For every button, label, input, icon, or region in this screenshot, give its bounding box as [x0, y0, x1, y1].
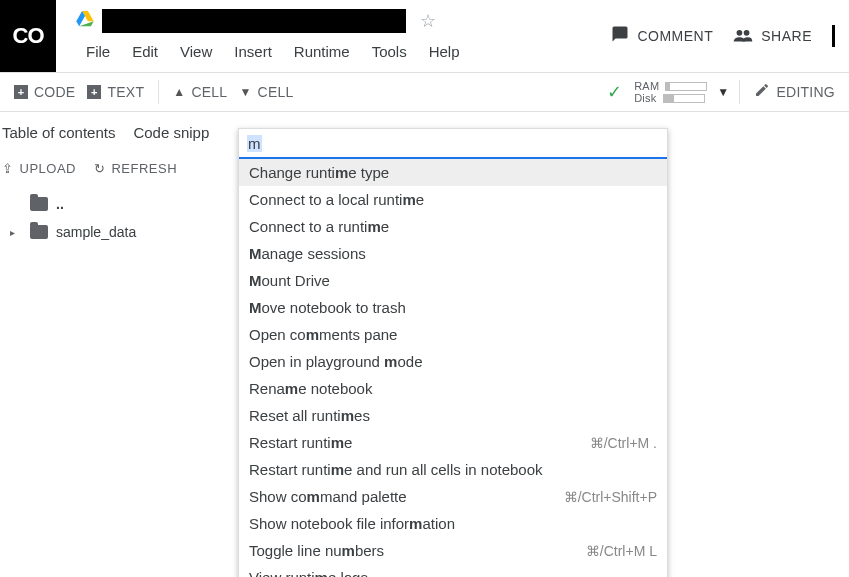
sidebar: Table of contents Code snipp ⇪UPLOAD ↻RE… [0, 112, 240, 577]
toolbar: +CODE +TEXT ▲CELL ▼CELL ✓ RAM Disk ▼ EDI… [0, 72, 849, 112]
menu-view[interactable]: View [170, 39, 222, 64]
comment-button[interactable]: COMMENT [611, 25, 713, 48]
palette-item-label: Show notebook file information [249, 515, 455, 532]
palette-item-label: Restart runtime and run all cells in not… [249, 461, 543, 478]
palette-item-label: Restart runtime [249, 434, 352, 451]
menu-insert[interactable]: Insert [224, 39, 282, 64]
refresh-label: REFRESH [111, 161, 177, 176]
chevron-right-icon: ▸ [10, 227, 22, 238]
palette-item-shortcut: ⌘/Ctrl+Shift+P [564, 489, 657, 505]
command-palette: m Change runtime typeConnect to a local … [238, 128, 668, 577]
palette-item[interactable]: Rename notebook [239, 375, 667, 402]
palette-item[interactable]: Manage sessions [239, 240, 667, 267]
palette-item-label: Mount Drive [249, 272, 330, 289]
disk-meter [663, 94, 705, 103]
palette-item-label: Move notebook to trash [249, 299, 406, 316]
cell-up-label: CELL [191, 84, 227, 100]
palette-item[interactable]: Toggle line numbers⌘/Ctrl+M L [239, 537, 667, 564]
resource-dropdown-icon[interactable]: ▼ [717, 85, 729, 99]
parent-dir-label: .. [56, 196, 64, 212]
palette-item[interactable]: Restart runtime and run all cells in not… [239, 456, 667, 483]
refresh-button[interactable]: ↻REFRESH [94, 161, 177, 176]
menu-tools[interactable]: Tools [362, 39, 417, 64]
share-icon [733, 26, 753, 47]
comment-label: COMMENT [637, 28, 713, 44]
editing-label: EDITING [776, 84, 835, 100]
comment-icon [611, 25, 629, 48]
tb-cell-group: ▲CELL ▼CELL [159, 73, 307, 111]
palette-item[interactable]: View runtime logs [239, 564, 667, 577]
palette-item-label: Connect to a local runtime [249, 191, 424, 208]
parent-dir-row[interactable]: .. [10, 190, 240, 218]
palette-item[interactable]: Connect to a local runtime [239, 186, 667, 213]
palette-item[interactable]: Open comments pane [239, 321, 667, 348]
upload-label: UPLOAD [20, 161, 76, 176]
palette-item-shortcut: ⌘/Ctrl+M L [586, 543, 657, 559]
palette-item[interactable]: Open in playground mode [239, 348, 667, 375]
svg-point-4 [744, 30, 750, 36]
star-icon[interactable]: ☆ [420, 10, 436, 32]
tab-table-of-contents[interactable]: Table of contents [2, 124, 115, 141]
palette-item[interactable]: Mount Drive [239, 267, 667, 294]
upload-button[interactable]: ⇪UPLOAD [2, 161, 76, 176]
menu-help[interactable]: Help [419, 39, 470, 64]
palette-query: m [247, 135, 262, 152]
sidebar-tools: ⇪UPLOAD ↻REFRESH [0, 151, 240, 190]
plus-icon: + [87, 85, 101, 99]
folder-row[interactable]: ▸ sample_data [10, 218, 240, 246]
tb-insert-group: +CODE +TEXT [0, 73, 158, 111]
editing-mode-button[interactable]: EDITING [754, 82, 835, 102]
tab-code-snippets[interactable]: Code snipp [133, 124, 209, 141]
palette-item-label: Show command palette [249, 488, 407, 505]
ram-label: RAM [634, 80, 659, 92]
palette-item-label: View runtime logs [249, 569, 368, 577]
palette-item-shortcut: ⌘/Ctrl+M . [590, 435, 657, 451]
code-label: CODE [34, 84, 75, 100]
folder-icon [30, 225, 48, 239]
menu-file[interactable]: File [76, 39, 120, 64]
refresh-icon: ↻ [94, 161, 106, 176]
palette-item[interactable]: Change runtime type [239, 159, 667, 186]
notebook-title[interactable] [102, 9, 406, 33]
palette-item-label: Open comments pane [249, 326, 397, 343]
file-tree: .. ▸ sample_data [0, 190, 240, 246]
palette-item[interactable]: Restart runtime⌘/Ctrl+M . [239, 429, 667, 456]
menu-runtime[interactable]: Runtime [284, 39, 360, 64]
connected-check-icon: ✓ [607, 81, 622, 103]
text-label: TEXT [107, 84, 144, 100]
share-label: SHARE [761, 28, 812, 44]
palette-item-label: Change runtime type [249, 164, 389, 181]
plus-icon: + [14, 85, 28, 99]
share-button[interactable]: SHARE [733, 26, 812, 47]
folder-label: sample_data [56, 224, 136, 240]
upload-icon: ⇪ [2, 161, 14, 176]
palette-item[interactable]: Move notebook to trash [239, 294, 667, 321]
resource-meter[interactable]: RAM Disk [634, 80, 707, 104]
palette-item-label: Reset all runtimes [249, 407, 370, 424]
ram-meter [665, 82, 707, 91]
arrow-up-icon: ▲ [173, 85, 185, 99]
menu-edit[interactable]: Edit [122, 39, 168, 64]
add-text-button[interactable]: +TEXT [87, 84, 144, 100]
header-main: ☆ FileEditViewInsertRuntimeToolsHelp [56, 0, 611, 66]
tb-mode-group: EDITING [740, 73, 849, 111]
add-code-button[interactable]: +CODE [14, 84, 75, 100]
palette-search-input[interactable]: m [239, 129, 667, 159]
colab-logo[interactable]: CO [0, 0, 56, 72]
cell-up-button[interactable]: ▲CELL [173, 84, 227, 100]
palette-item[interactable]: Show command palette⌘/Ctrl+Shift+P [239, 483, 667, 510]
palette-item[interactable]: Reset all runtimes [239, 402, 667, 429]
palette-item[interactable]: Show notebook file information [239, 510, 667, 537]
svg-point-3 [737, 30, 743, 36]
pencil-icon [754, 82, 770, 102]
header-actions: COMMENT SHARE [611, 0, 849, 72]
palette-item[interactable]: Connect to a runtime [239, 213, 667, 240]
vbar [832, 25, 835, 47]
palette-item-label: Open in playground mode [249, 353, 422, 370]
palette-item-label: Toggle line numbers [249, 542, 384, 559]
cell-down-label: CELL [258, 84, 294, 100]
palette-item-label: Rename notebook [249, 380, 372, 397]
palette-item-label: Connect to a runtime [249, 218, 389, 235]
folder-icon [30, 197, 48, 211]
cell-down-button[interactable]: ▼CELL [239, 84, 293, 100]
